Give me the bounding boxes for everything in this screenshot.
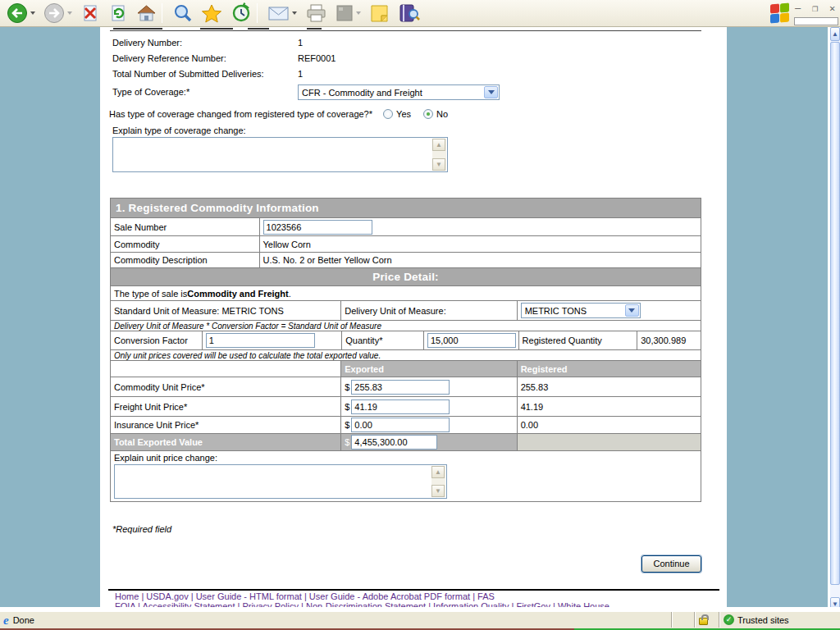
home-button[interactable] — [135, 2, 158, 25]
commodity-unit-price-registered: 255.83 — [517, 377, 701, 396]
footer-link[interactable]: User Guide - Adobe Acrobat PDF format — [309, 591, 470, 601]
commodity-description-label: Commodity Description — [111, 253, 259, 267]
scroll-down-icon[interactable]: ▼ — [431, 485, 445, 497]
freight-unit-price-input[interactable] — [351, 399, 450, 414]
section-title: 1. Registered Commodity Information — [111, 199, 701, 217]
edit-dropdown-icon[interactable] — [356, 11, 361, 15]
chevron-down-icon[interactable] — [625, 304, 639, 317]
type-of-sale-row: The type of sale is Commodity and Freigh… — [111, 286, 701, 300]
back-button[interactable] — [5, 2, 37, 25]
footer-link[interactable]: Home — [115, 591, 139, 601]
insurance-unit-price-label: Insurance Unit Price* — [111, 417, 340, 433]
registered-quantity-value: 30,300.989 — [637, 331, 701, 349]
footer-link[interactable]: USDA.gov — [146, 591, 188, 601]
status-panel-lock — [694, 612, 719, 628]
commodity-unit-price-input[interactable] — [351, 380, 450, 395]
notes-button[interactable] — [368, 2, 391, 25]
total-registered-empty — [517, 434, 701, 450]
print-button[interactable] — [304, 2, 329, 25]
refresh-icon — [108, 3, 128, 23]
ie-page-icon: e — [3, 614, 9, 626]
currency-symbol: $ — [345, 402, 349, 412]
footer-link[interactable]: FAS — [477, 591, 495, 601]
type-of-coverage-label: Type of Coverage:* — [112, 87, 189, 97]
conversion-factor-input[interactable] — [206, 333, 315, 348]
quantity-label: Quantity* — [341, 331, 423, 349]
price-detail-title: Price Detail: — [111, 267, 701, 285]
stop-button[interactable] — [79, 2, 102, 25]
registered-column-header: Registered — [517, 361, 701, 377]
insurance-unit-price-registered: 0.00 — [517, 417, 701, 433]
sticky-note-icon — [369, 3, 390, 24]
standard-uom: Standard Unit of Measure: METRIC TONS — [111, 301, 340, 320]
home-icon — [136, 3, 157, 23]
insurance-unit-price-input[interactable] — [351, 418, 450, 432]
favorites-star-icon — [201, 3, 222, 24]
stop-icon — [80, 3, 100, 23]
search-button[interactable] — [171, 2, 194, 25]
footer-links-line1: Home | USDA.gov | User Guide - HTML form… — [115, 591, 495, 601]
textarea-scrollbar[interactable]: ▲ ▼ — [432, 139, 446, 171]
type-of-coverage-select[interactable]: CFR - Commodity and Freight — [298, 84, 500, 100]
coverage-yes-option[interactable]: Yes — [383, 109, 411, 119]
coverage-no-option[interactable]: No — [423, 109, 448, 119]
history-icon — [231, 2, 252, 24]
scroll-up-icon[interactable]: ▲ — [431, 466, 445, 478]
research-button[interactable] — [396, 2, 422, 25]
chevron-down-icon[interactable] — [484, 86, 498, 98]
scroll-down-icon[interactable]: ▼ — [432, 158, 445, 171]
footer-link[interactable]: User Guide - HTML format — [196, 591, 302, 601]
scroll-up-icon[interactable]: ▲ — [432, 139, 445, 151]
continue-button[interactable]: Continue — [641, 555, 701, 573]
minimize-button[interactable]: – — [792, 4, 803, 14]
edit-button[interactable] — [334, 2, 363, 25]
empty-header-cell — [111, 361, 340, 377]
history-button[interactable] — [229, 2, 253, 25]
mail-dropdown-icon[interactable] — [292, 11, 297, 15]
freight-unit-price-label: Freight Unit Price* — [111, 397, 340, 416]
print-icon — [305, 3, 327, 23]
quantity-input[interactable] — [427, 333, 516, 348]
delivery-number-value: 1 — [298, 38, 303, 48]
favorites-button[interactable] — [199, 2, 224, 25]
refresh-button[interactable] — [107, 2, 130, 25]
radio-yes[interactable] — [383, 109, 393, 119]
explain-price-textarea[interactable]: ▲ ▼ — [114, 464, 447, 499]
restore-button[interactable]: ❐ — [810, 4, 820, 14]
status-panel-empty — [671, 612, 694, 628]
explain-price-label: Explain unit price change: — [114, 453, 697, 463]
vertical-scrollbar[interactable]: ▲ ▼ — [830, 27, 840, 611]
delivery-ref-label: Delivery Reference Number: — [112, 53, 226, 63]
currency-symbol: $ — [345, 437, 349, 447]
edit-icon — [336, 4, 354, 22]
forward-button[interactable] — [42, 2, 74, 25]
commodity-unit-price-label: Commodity Unit Price* — [111, 377, 340, 396]
back-dropdown-icon[interactable] — [30, 11, 35, 15]
radio-no[interactable] — [423, 109, 433, 119]
close-button[interactable]: ✕ — [827, 4, 838, 14]
back-icon — [7, 2, 28, 24]
scrollbar-thumb[interactable] — [830, 42, 840, 585]
status-text: Done — [13, 615, 34, 625]
delivery-uom-label: Delivery Unit of Measure: — [340, 301, 516, 320]
lock-icon — [699, 618, 708, 625]
delivery-uom-select[interactable]: METRIC TONS — [521, 303, 641, 318]
textarea-scrollbar[interactable]: ▲ ▼ — [431, 466, 445, 497]
scrollbar-up-icon[interactable]: ▲ — [830, 27, 840, 41]
sale-number-input[interactable] — [263, 220, 372, 235]
explain-coverage-textarea[interactable]: ▲ ▼ — [112, 137, 448, 172]
partial-input-box — [794, 17, 838, 25]
footer-divider — [108, 589, 719, 591]
total-deliveries-value: 1 — [298, 69, 303, 79]
exported-column-header: Exported — [340, 361, 516, 377]
coverage-changed-question: Has type of coverage changed from regist… — [109, 109, 372, 119]
uom-formula-note: Delivery Unit of Measure * Conversion Fa… — [111, 320, 701, 331]
delivery-uom-selected: METRIC TONS — [522, 306, 624, 316]
coverage-changed-row: Has type of coverage changed from regist… — [109, 109, 448, 119]
forward-dropdown-icon[interactable] — [67, 11, 72, 15]
mail-button[interactable] — [266, 2, 299, 25]
explain-coverage-label: Explain type of coverage change: — [112, 126, 246, 135]
windows-logo-icon — [769, 2, 791, 24]
security-zone-text: Trusted sites — [737, 615, 789, 625]
total-exported-value-input[interactable] — [351, 435, 437, 450]
